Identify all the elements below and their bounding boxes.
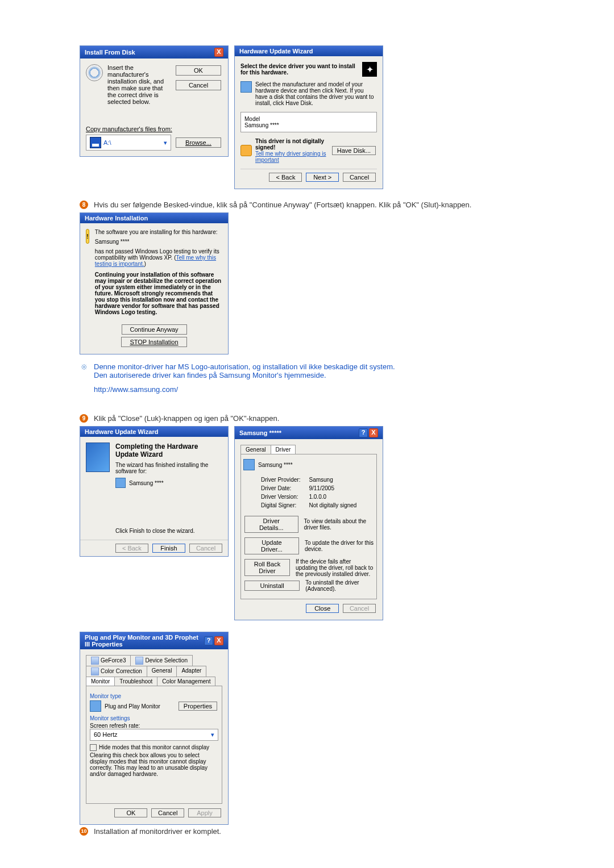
- warn-line1: The software you are installing for this…: [95, 229, 222, 235]
- uninstall-button[interactable]: Uninstall: [244, 581, 300, 591]
- tab-general[interactable]: General: [147, 666, 177, 677]
- instruction-text: Insert the manufacturer's installation d…: [107, 64, 170, 105]
- hide-modes-checkbox[interactable]: [90, 744, 97, 751]
- monitor-icon: [243, 459, 255, 470]
- step-text: Klik på "Close" (Luk)-knappen og igen på…: [94, 414, 279, 423]
- shield-icon: [240, 145, 252, 156]
- dialog-heading: Select the device driver you want to ins…: [240, 63, 359, 76]
- model-value: Samsung ****: [244, 122, 373, 128]
- pnp-monitor-properties-dialog: Plug and Play Monitor and 3D Prophet III…: [80, 632, 229, 825]
- next-button[interactable]: Next >: [306, 173, 339, 182]
- apply-button: Apply: [188, 808, 221, 817]
- date-label: Driver Date:: [260, 485, 307, 492]
- refresh-rate-label: Screen refresh rate:: [90, 723, 218, 729]
- tab-color-correction[interactable]: Color Correction: [86, 666, 147, 677]
- note-line1: Denne monitor-driver har MS Logo-autoris…: [94, 362, 395, 371]
- signer-value: Not digitally signed: [308, 502, 357, 509]
- device-icon: ✦: [362, 62, 377, 77]
- dialog-title: Plug and Play Monitor and 3D Prophet III…: [85, 634, 204, 648]
- rollback-driver-button[interactable]: Roll Back Driver: [244, 559, 290, 576]
- cancel-button: Cancel: [189, 544, 222, 553]
- install-icon: [86, 443, 110, 472]
- dialog-title: Install From Disk: [85, 49, 135, 56]
- device-name: Samsung ****: [258, 462, 293, 468]
- warning-icon: !: [86, 229, 89, 244]
- path-value: A:\: [103, 139, 111, 146]
- monitor-icon: [115, 478, 126, 488]
- dialog-title: Hardware Installation: [85, 215, 148, 222]
- close-icon[interactable]: X: [214, 636, 223, 645]
- tell-me-link[interactable]: Tell me why driver signing is important: [255, 151, 326, 163]
- monitor-settings-heading: Monitor settings: [90, 715, 218, 721]
- provider-value: Samsung: [308, 476, 357, 483]
- complete-device: Samsung ****: [129, 480, 164, 486]
- warn-line3: has not passed Windows Logo testing to v…: [95, 248, 222, 267]
- close-icon[interactable]: X: [369, 428, 378, 437]
- have-disk-button[interactable]: Have Disk...: [332, 146, 376, 155]
- nvidia-icon: [135, 657, 143, 665]
- properties-button[interactable]: Properties: [179, 702, 217, 711]
- hardware-update-complete-dialog: Hardware Update Wizard Completing the Ha…: [80, 426, 229, 557]
- signer-label: Digital Signer:: [260, 502, 307, 509]
- note-line2: Den autoriserede driver kan findes på Sa…: [94, 371, 395, 379]
- driver-details-desc: To view details about the driver files.: [304, 518, 374, 531]
- monitor-icon: [240, 81, 252, 93]
- close-button[interactable]: Close: [306, 604, 339, 613]
- tab-geforce[interactable]: GeForce3: [86, 655, 131, 666]
- date-value: 9/11/2005: [308, 485, 357, 492]
- step-text: Hvis du ser følgende Besked-vindue, klik…: [94, 201, 471, 209]
- note-icon: ※: [80, 362, 88, 372]
- stop-installation-button[interactable]: STOP Installation: [121, 337, 186, 347]
- help-icon[interactable]: ?: [359, 428, 368, 437]
- floppy-icon: [90, 137, 101, 148]
- dialog-title: Hardware Update Wizard: [239, 48, 313, 55]
- version-label: Driver Version:: [260, 493, 307, 500]
- ok-button[interactable]: OK: [114, 808, 147, 817]
- driver-properties-dialog: Samsung ***** ? X General Driver Samsung…: [234, 426, 383, 620]
- copy-from-label: Copy manufacturer's files from:: [86, 126, 222, 132]
- rollback-driver-desc: If the device fails after updating the d…: [296, 558, 374, 577]
- dialog-subtext: Select the manufacturer and model of you…: [255, 81, 377, 106]
- tab-troubleshoot[interactable]: Troubleshoot: [114, 677, 157, 686]
- hide-modes-label: Hide modes that this monitor cannot disp…: [99, 744, 209, 750]
- continue-anyway-button[interactable]: Continue Anyway: [122, 324, 187, 335]
- complete-sub: The wizard has finished installing the s…: [115, 462, 222, 474]
- help-icon[interactable]: ?: [204, 636, 213, 645]
- step-bullet-9: 9: [80, 414, 88, 423]
- update-driver-button[interactable]: Update Driver...: [244, 537, 299, 554]
- browse-button[interactable]: Browse...: [176, 137, 221, 148]
- step-bullet-8: 8: [80, 201, 88, 209]
- tab-monitor[interactable]: Monitor: [86, 677, 115, 686]
- monitor-type-value: Plug and Play Monitor: [105, 703, 160, 710]
- back-button[interactable]: < Back: [269, 173, 302, 182]
- disk-icon: [86, 64, 103, 81]
- close-icon[interactable]: X: [214, 48, 223, 57]
- back-button: < Back: [115, 544, 148, 553]
- monitor-type-heading: Monitor type: [90, 693, 218, 699]
- samsung-url-link[interactable]: http://www.samsung.com/: [94, 385, 178, 394]
- tab-general[interactable]: General: [240, 445, 271, 454]
- tab-driver[interactable]: Driver: [271, 445, 296, 454]
- driver-details-button[interactable]: Driver Details...: [244, 516, 298, 533]
- warn-bold: Continuing your installation of this sof…: [95, 272, 221, 315]
- dialog-title: Hardware Update Wizard: [85, 428, 159, 435]
- cancel-button[interactable]: Cancel: [343, 173, 376, 182]
- complete-heading: Completing the Hardware Update Wizard: [115, 443, 198, 458]
- cancel-button[interactable]: Cancel: [151, 808, 184, 817]
- nvidia-icon: [91, 657, 99, 665]
- warn-line2: Samsung ****: [95, 239, 222, 245]
- version-value: 1.0.0.0: [308, 493, 357, 500]
- dialog-title: Samsung *****: [239, 429, 281, 436]
- update-driver-desc: To update the driver for this device.: [305, 540, 374, 552]
- ok-button[interactable]: OK: [176, 65, 221, 76]
- provider-label: Driver Provider:: [260, 476, 307, 483]
- step-text: Installation af monitordriver er komplet…: [94, 827, 221, 836]
- refresh-rate-select[interactable]: 60 Hertz▾: [90, 729, 218, 741]
- tab-color-management[interactable]: Color Management: [157, 677, 215, 686]
- hide-modes-desc: Clearing this check box allows you to se…: [90, 752, 218, 777]
- tab-device-selection[interactable]: Device Selection: [130, 655, 192, 666]
- cancel-button[interactable]: Cancel: [176, 80, 221, 90]
- install-from-disk-dialog: Install From Disk X Insert the manufactu…: [80, 45, 229, 157]
- finish-button[interactable]: Finish: [152, 544, 185, 553]
- tab-adapter[interactable]: Adapter: [176, 666, 206, 677]
